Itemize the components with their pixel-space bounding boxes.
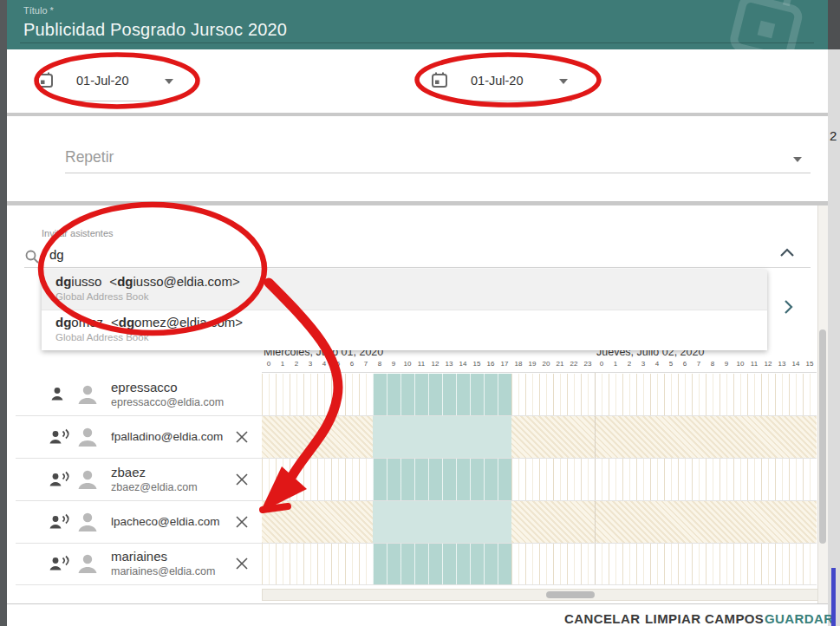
end-date-value[interactable]: 01-Jul-20 <box>471 74 523 88</box>
chevron-right-icon[interactable] <box>783 299 793 315</box>
repeat-select[interactable]: Repetir <box>65 148 114 166</box>
attendee-email: mariaines@eldia.com <box>111 564 215 579</box>
dialog-header: Título * Publicidad Posgrado Jursoc 2020 <box>7 0 828 49</box>
attendee-role-icon[interactable] <box>49 428 71 446</box>
hour-tick: 4 <box>650 360 664 371</box>
horizontal-scrollbar-thumb[interactable] <box>546 591 595 598</box>
start-date-caret-icon[interactable] <box>165 79 173 84</box>
cancel-button[interactable]: CANCELAR <box>564 611 640 626</box>
hour-tick: 9 <box>720 360 733 371</box>
save-button[interactable]: GUARDAR <box>765 611 833 626</box>
end-date-caret-icon[interactable] <box>559 79 568 84</box>
busy-block <box>373 374 511 416</box>
attendee-row: lpacheco@eldia.com <box>7 500 262 543</box>
attendee-row: mariainesmariaines@eldia.com <box>7 543 262 584</box>
avatar-icon <box>75 552 100 575</box>
attendee-row: zbaezzbaez@eldia.com <box>7 458 262 500</box>
hour-tick: 5 <box>664 360 678 371</box>
hour-tick: 12 <box>428 360 442 371</box>
hour-tick: 7 <box>359 360 373 371</box>
row-divider <box>16 458 817 459</box>
clear-fields-button[interactable]: LIMPIAR CAMPOS <box>645 611 764 626</box>
grid-row-free <box>262 544 817 585</box>
hour-tick: 6 <box>345 360 359 371</box>
avatar-icon <box>75 426 100 448</box>
repeat-caret-icon[interactable] <box>793 157 802 162</box>
row-divider <box>16 584 817 585</box>
remove-attendee-icon[interactable] <box>234 556 250 571</box>
attendee-name: mariaines <box>111 548 215 564</box>
attendee-role-icon[interactable] <box>49 555 71 572</box>
invite-attendees-label: Invitar asistentes <box>42 228 114 238</box>
hour-tick: 2 <box>622 360 636 371</box>
remove-attendee-icon[interactable] <box>234 472 250 487</box>
avatar-icon <box>75 383 100 406</box>
hour-tick: 1 <box>609 360 622 371</box>
hour-tick: 2 <box>290 360 303 371</box>
invite-search-input[interactable]: dg <box>49 247 64 262</box>
hour-scale: 0123456789101112131415161718192021222301… <box>262 360 817 371</box>
attendee-name: lpacheco@eldia.com <box>111 513 220 530</box>
availability-grid[interactable] <box>262 372 817 585</box>
chevron-up-icon[interactable] <box>779 247 795 258</box>
hour-tick: 22 <box>567 360 581 371</box>
hour-tick: 20 <box>539 360 553 371</box>
attendee-name: fpalladino@eldia.com <box>111 428 223 445</box>
calendar-icon[interactable] <box>36 71 54 88</box>
event-editor-dialog: Título * Publicidad Posgrado Jursoc 2020… <box>0 0 840 626</box>
row-divider <box>16 500 817 501</box>
grid-row-unknown <box>262 416 817 459</box>
background-left-edge <box>0 0 7 626</box>
hour-tick: 18 <box>511 360 525 371</box>
result-email: omez@eldia.com> <box>134 315 243 329</box>
search-icon <box>24 249 40 264</box>
hour-tick: 23 <box>581 360 595 371</box>
hour-tick: 17 <box>498 360 511 371</box>
hour-tick: 3 <box>636 360 650 371</box>
start-date-value[interactable]: 01-Jul-20 <box>76 74 128 88</box>
attendee-role-icon[interactable] <box>49 471 71 488</box>
hour-tick: 10 <box>400 360 414 371</box>
hour-tick: 13 <box>442 360 456 371</box>
autocomplete-result[interactable]: dgiusso<dgiusso@eldia.com> Global Addres… <box>42 270 767 310</box>
attendee-row: epressaccoepressacco@eldia.com <box>7 373 262 415</box>
invite-input-underline <box>24 267 811 268</box>
hour-tick: 3 <box>303 360 317 371</box>
attendee-email: zbaez@eldia.com <box>111 480 198 495</box>
hour-tick: 1 <box>276 360 290 371</box>
event-title-input[interactable]: Publicidad Posgrado Jursoc 2020 <box>23 20 287 40</box>
attendee-role-icon[interactable] <box>49 513 71 531</box>
repeat-underline <box>65 173 811 173</box>
vertical-scrollbar-thumb[interactable] <box>819 329 826 544</box>
autocomplete-result[interactable]: dgomez<dgomez@eldia.com> Global Address … <box>42 310 767 351</box>
busy-block <box>373 544 511 585</box>
busy-block <box>373 501 511 544</box>
end-date-underline <box>459 101 572 101</box>
hour-tick: 10 <box>733 360 747 371</box>
dates-section <box>7 49 828 113</box>
calendar-icon[interactable] <box>431 71 448 88</box>
clipped-background-text: 2 <box>830 128 837 143</box>
horizontal-scrollbar[interactable] <box>262 589 828 601</box>
attendee-name: zbaez <box>111 464 198 480</box>
start-date-underline <box>65 101 178 101</box>
hour-tick: 15 <box>803 360 817 371</box>
attendee-name: epressacco <box>111 379 224 395</box>
title-field-label: Título * <box>23 5 54 16</box>
grid-row-unknown <box>262 501 817 544</box>
hour-tick: 8 <box>706 360 720 371</box>
hour-tick: 14 <box>789 360 803 371</box>
hour-tick: 21 <box>553 360 567 371</box>
remove-attendee-icon[interactable] <box>234 429 250 445</box>
hour-tick: 6 <box>678 360 692 371</box>
result-source: Global Address Book <box>55 332 767 342</box>
remove-attendee-icon[interactable] <box>234 514 250 530</box>
hour-tick: 9 <box>387 360 400 371</box>
background-right-edge <box>828 0 840 49</box>
hour-tick: 16 <box>484 360 498 371</box>
avatar-icon <box>75 468 100 491</box>
title-underline <box>20 42 814 43</box>
row-divider <box>16 415 817 416</box>
organizer-icon[interactable] <box>49 386 71 403</box>
hour-tick: 0 <box>262 360 276 371</box>
